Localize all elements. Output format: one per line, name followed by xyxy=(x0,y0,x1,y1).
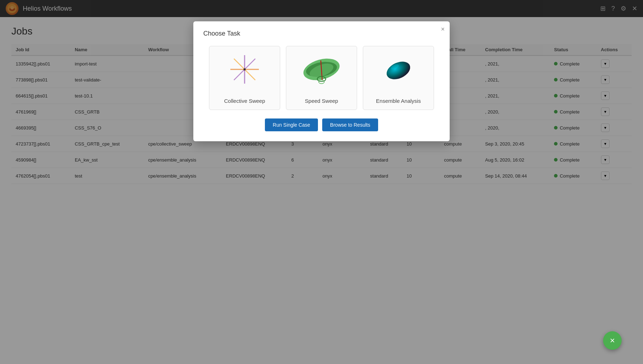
modal-overlay[interactable]: Choose Task × Collective Sweep xyxy=(0,0,643,364)
ensemble-analysis-image xyxy=(363,46,434,93)
choose-task-modal: Choose Task × Collective Sweep xyxy=(193,21,450,141)
speed-sweep-label: Speed Sweep xyxy=(305,98,338,104)
modal-close-button[interactable]: × xyxy=(441,26,445,33)
ensemble-analysis-label: Ensemble Analysis xyxy=(376,98,421,104)
task-card-speed-sweep[interactable]: Speed Sweep xyxy=(286,46,357,110)
modal-title: Choose Task xyxy=(203,30,440,37)
browse-to-results-button[interactable]: Browse to Results xyxy=(322,118,378,131)
svg-point-7 xyxy=(244,68,246,70)
svg-point-14 xyxy=(384,58,413,83)
fab-close-button[interactable]: × xyxy=(603,331,622,350)
run-single-case-button[interactable]: Run Single Case xyxy=(265,118,318,131)
collective-sweep-label: Collective Sweep xyxy=(224,98,265,104)
collective-sweep-image xyxy=(209,46,280,93)
task-card-ensemble-analysis[interactable]: Ensemble Analysis xyxy=(363,46,434,110)
modal-actions: Run Single Case Browse to Results xyxy=(203,118,440,131)
speed-sweep-image xyxy=(286,46,357,93)
task-cards-container: Collective Sweep Speed Swe xyxy=(203,46,440,110)
fab-icon: × xyxy=(610,336,615,345)
task-card-collective-sweep[interactable]: Collective Sweep xyxy=(209,46,280,110)
